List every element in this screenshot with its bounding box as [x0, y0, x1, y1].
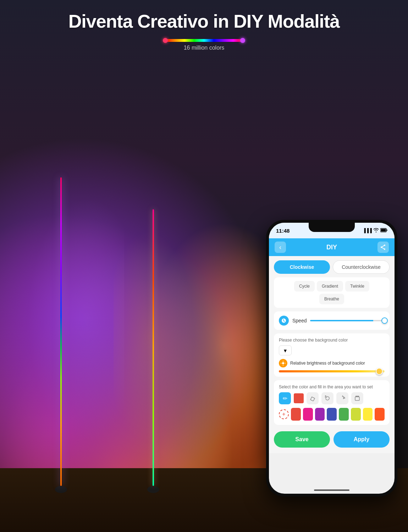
color-swatch-7[interactable]: [363, 408, 373, 421]
apply-button[interactable]: Apply: [333, 431, 390, 448]
color-swatch-3[interactable]: [315, 408, 325, 421]
brightness-slider[interactable]: [279, 370, 385, 372]
share-button[interactable]: [377, 242, 389, 253]
trash-tool[interactable]: [351, 392, 363, 404]
color-swatch-2[interactable]: [303, 408, 313, 421]
gradient-button[interactable]: Gradient: [317, 281, 343, 292]
speed-label: Speed: [292, 318, 307, 323]
svg-point-7: [282, 362, 284, 364]
wifi-icon: [373, 228, 379, 233]
rainbow-bar-container: 16 million colors: [0, 39, 408, 51]
battery-icon: [380, 228, 387, 233]
nav-title: DIY: [326, 244, 337, 251]
title-area: Diventa Creativo in DIY Modalità 16 mill…: [0, 11, 408, 51]
nav-bar: ‹ DIY: [269, 238, 395, 256]
speed-control: Speed: [274, 311, 390, 330]
svg-rect-13: [355, 397, 359, 400]
phone: 11:48 ▐▐▐ ‹ DIY: [266, 220, 397, 497]
main-title: Diventa Creativo in DIY Modalità: [0, 11, 408, 32]
lamp-left: [60, 177, 62, 486]
eraser-tool[interactable]: [307, 392, 319, 404]
brush-tool[interactable]: ✏: [279, 392, 291, 404]
speed-thumb: [381, 317, 388, 324]
brightness-row: Relative brightness of background color: [279, 359, 385, 367]
home-bar: [314, 489, 349, 491]
svg-line-6: [381, 247, 385, 249]
color-swatch-4[interactable]: [327, 408, 337, 421]
redo-tool[interactable]: [336, 392, 348, 404]
svg-rect-1: [381, 229, 386, 231]
app-content: Clockwise Counterclockwise Cycle Gradien…: [269, 256, 395, 453]
mode-row-2: Breathe: [277, 294, 387, 304]
status-icons: ▐▐▐: [363, 228, 387, 233]
phone-notch: [309, 223, 355, 232]
speed-slider[interactable]: [310, 320, 385, 321]
colors-label: 16 million colors: [184, 45, 225, 51]
counterclockwise-button[interactable]: Counterclockwise: [333, 260, 390, 274]
save-button[interactable]: Save: [274, 431, 330, 448]
signal-icon: ▐▐▐: [363, 228, 372, 233]
brightness-thumb: [376, 368, 383, 375]
back-icon: ‹: [279, 244, 281, 251]
color-palette: +: [279, 408, 385, 421]
status-time: 11:48: [276, 228, 290, 234]
undo-tool[interactable]: [321, 392, 333, 404]
clockwise-button[interactable]: Clockwise: [274, 260, 330, 274]
breathe-button[interactable]: Breathe: [319, 294, 344, 304]
brightness-icon: [279, 359, 287, 367]
color-dropdown[interactable]: ▾: [279, 345, 292, 355]
select-color-section: Select the color and fill in the area yo…: [274, 380, 390, 425]
color-swatch-6[interactable]: [351, 408, 361, 421]
mode-row-1: Cycle Gradient Twinkle: [277, 281, 387, 292]
lamp-right: [153, 209, 154, 486]
color-swatch-1[interactable]: [291, 408, 301, 421]
rainbow-bar: [165, 39, 243, 42]
select-color-label: Select the color and fill in the area yo…: [279, 384, 385, 389]
phone-screen: 11:48 ▐▐▐ ‹ DIY: [269, 223, 395, 494]
color-swatch-5[interactable]: [339, 408, 349, 421]
mode-buttons: Cycle Gradient Twinkle Breathe: [274, 277, 390, 308]
brightness-label: Relative brightness of background color: [290, 361, 365, 366]
dropdown-icon: ▾: [284, 347, 287, 354]
tool-row: ✏: [279, 392, 385, 404]
svg-marker-12: [310, 397, 315, 401]
color-fill-tool[interactable]: [294, 393, 304, 403]
bottom-buttons: Save Apply: [274, 428, 390, 449]
direction-buttons: Clockwise Counterclockwise: [274, 260, 390, 274]
bg-color-label: Please choose the background color: [279, 338, 385, 343]
add-color-button[interactable]: +: [279, 409, 289, 419]
color-swatch-8[interactable]: [375, 408, 385, 421]
lamp-left-light: [60, 177, 62, 486]
back-button[interactable]: ‹: [275, 242, 286, 253]
bg-color-section: Please choose the background color ▾ Rel…: [274, 333, 390, 377]
svg-line-5: [381, 245, 385, 248]
speed-icon: [279, 316, 289, 326]
twinkle-button[interactable]: Twinkle: [345, 281, 369, 292]
cycle-button[interactable]: Cycle: [294, 281, 315, 292]
lamp-right-light: [153, 209, 154, 486]
